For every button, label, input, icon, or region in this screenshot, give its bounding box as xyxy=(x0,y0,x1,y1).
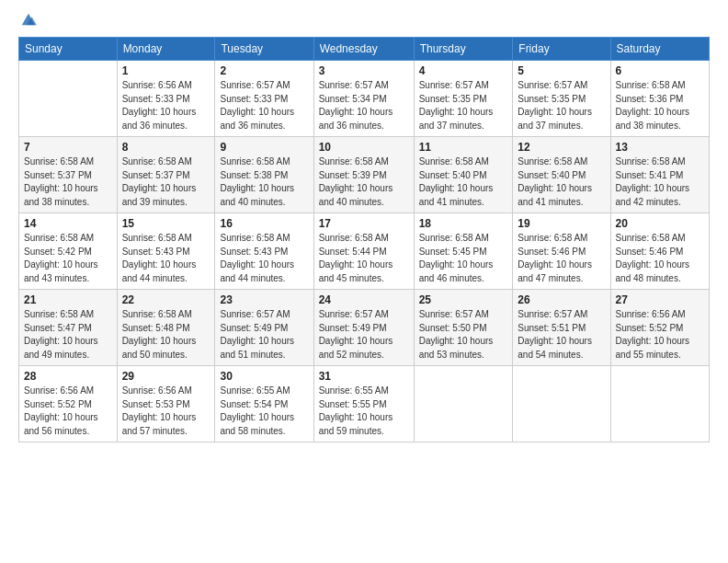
calendar-table: SundayMondayTuesdayWednesdayThursdayFrid… xyxy=(18,37,710,442)
day-number: 7 xyxy=(24,141,112,154)
day-number: 26 xyxy=(518,293,605,306)
day-info: Sunrise: 6:57 AMSunset: 5:34 PMDaylight:… xyxy=(319,79,409,132)
calendar-week-row: 14Sunrise: 6:58 AMSunset: 5:42 PMDayligh… xyxy=(19,213,710,290)
calendar-cell: 14Sunrise: 6:58 AMSunset: 5:42 PMDayligh… xyxy=(19,213,118,290)
day-number: 1 xyxy=(122,64,210,77)
calendar-header-wednesday: Wednesday xyxy=(313,38,414,61)
day-info: Sunrise: 6:58 AMSunset: 5:44 PMDaylight:… xyxy=(319,232,409,285)
day-number: 30 xyxy=(220,370,308,383)
calendar-cell xyxy=(513,366,610,442)
day-number: 29 xyxy=(122,370,210,383)
day-info: Sunrise: 6:56 AMSunset: 5:53 PMDaylight:… xyxy=(122,385,210,438)
day-info: Sunrise: 6:55 AMSunset: 5:54 PMDaylight:… xyxy=(220,385,308,438)
day-info: Sunrise: 6:58 AMSunset: 5:41 PMDaylight:… xyxy=(616,155,704,209)
day-info: Sunrise: 6:57 AMSunset: 5:49 PMDaylight:… xyxy=(319,308,409,362)
day-info: Sunrise: 6:57 AMSunset: 5:35 PMDaylight:… xyxy=(419,79,508,132)
day-number: 31 xyxy=(319,370,409,383)
calendar-header-row: SundayMondayTuesdayWednesdayThursdayFrid… xyxy=(19,38,710,61)
day-number: 11 xyxy=(419,141,508,154)
calendar-header-tuesday: Tuesday xyxy=(215,38,313,61)
day-number: 5 xyxy=(518,64,605,77)
calendar-cell xyxy=(19,61,118,137)
calendar-cell: 27Sunrise: 6:56 AMSunset: 5:52 PMDayligh… xyxy=(610,290,709,366)
calendar-cell: 29Sunrise: 6:56 AMSunset: 5:53 PMDayligh… xyxy=(117,366,215,442)
day-number: 27 xyxy=(616,293,704,306)
calendar-week-row: 28Sunrise: 6:56 AMSunset: 5:52 PMDayligh… xyxy=(19,366,710,442)
day-number: 17 xyxy=(319,217,409,230)
calendar-week-row: 21Sunrise: 6:58 AMSunset: 5:47 PMDayligh… xyxy=(19,290,710,366)
day-info: Sunrise: 6:55 AMSunset: 5:55 PMDaylight:… xyxy=(319,385,409,438)
calendar-cell: 16Sunrise: 6:58 AMSunset: 5:43 PMDayligh… xyxy=(215,213,313,290)
day-info: Sunrise: 6:58 AMSunset: 5:43 PMDaylight:… xyxy=(122,232,210,285)
calendar-cell: 17Sunrise: 6:58 AMSunset: 5:44 PMDayligh… xyxy=(313,213,414,290)
calendar-cell: 30Sunrise: 6:55 AMSunset: 5:54 PMDayligh… xyxy=(215,366,313,442)
day-number: 10 xyxy=(319,141,409,154)
day-number: 22 xyxy=(122,293,210,306)
calendar-header-monday: Monday xyxy=(117,38,215,61)
day-number: 20 xyxy=(616,217,704,230)
day-info: Sunrise: 6:57 AMSunset: 5:49 PMDaylight:… xyxy=(220,308,308,362)
calendar-header-thursday: Thursday xyxy=(414,38,513,61)
day-number: 28 xyxy=(24,370,112,383)
day-info: Sunrise: 6:57 AMSunset: 5:33 PMDaylight:… xyxy=(220,79,308,132)
day-info: Sunrise: 6:58 AMSunset: 5:45 PMDaylight:… xyxy=(419,232,508,285)
day-number: 2 xyxy=(220,64,308,77)
calendar-header-sunday: Sunday xyxy=(19,38,118,61)
day-info: Sunrise: 6:56 AMSunset: 5:33 PMDaylight:… xyxy=(122,79,210,132)
day-number: 25 xyxy=(419,293,508,306)
day-info: Sunrise: 6:56 AMSunset: 5:52 PMDaylight:… xyxy=(24,385,112,438)
day-info: Sunrise: 6:58 AMSunset: 5:43 PMDaylight:… xyxy=(220,232,308,285)
calendar-cell: 24Sunrise: 6:57 AMSunset: 5:49 PMDayligh… xyxy=(313,290,414,366)
day-number: 3 xyxy=(319,64,409,77)
day-number: 21 xyxy=(24,293,112,306)
logo-icon xyxy=(20,11,37,28)
calendar-cell: 31Sunrise: 6:55 AMSunset: 5:55 PMDayligh… xyxy=(313,366,414,442)
day-info: Sunrise: 6:58 AMSunset: 5:40 PMDaylight:… xyxy=(419,155,508,209)
calendar-header-saturday: Saturday xyxy=(610,38,709,61)
logo xyxy=(18,15,37,28)
day-info: Sunrise: 6:58 AMSunset: 5:40 PMDaylight:… xyxy=(518,155,605,209)
calendar-cell: 22Sunrise: 6:58 AMSunset: 5:48 PMDayligh… xyxy=(117,290,215,366)
calendar-cell: 5Sunrise: 6:57 AMSunset: 5:35 PMDaylight… xyxy=(513,61,610,137)
calendar-cell: 13Sunrise: 6:58 AMSunset: 5:41 PMDayligh… xyxy=(610,137,709,213)
calendar-cell: 2Sunrise: 6:57 AMSunset: 5:33 PMDaylight… xyxy=(215,61,313,137)
calendar-cell: 12Sunrise: 6:58 AMSunset: 5:40 PMDayligh… xyxy=(513,137,610,213)
day-info: Sunrise: 6:58 AMSunset: 5:36 PMDaylight:… xyxy=(616,79,704,132)
day-info: Sunrise: 6:58 AMSunset: 5:38 PMDaylight:… xyxy=(220,155,308,209)
calendar-cell: 21Sunrise: 6:58 AMSunset: 5:47 PMDayligh… xyxy=(19,290,118,366)
day-number: 16 xyxy=(220,217,308,230)
calendar-cell: 19Sunrise: 6:58 AMSunset: 5:46 PMDayligh… xyxy=(513,213,610,290)
day-info: Sunrise: 6:57 AMSunset: 5:51 PMDaylight:… xyxy=(518,308,605,362)
calendar-cell: 11Sunrise: 6:58 AMSunset: 5:40 PMDayligh… xyxy=(414,137,513,213)
calendar-cell: 18Sunrise: 6:58 AMSunset: 5:45 PMDayligh… xyxy=(414,213,513,290)
calendar-cell: 20Sunrise: 6:58 AMSunset: 5:46 PMDayligh… xyxy=(610,213,709,290)
calendar-cell: 25Sunrise: 6:57 AMSunset: 5:50 PMDayligh… xyxy=(414,290,513,366)
day-number: 18 xyxy=(419,217,508,230)
calendar-cell: 8Sunrise: 6:58 AMSunset: 5:37 PMDaylight… xyxy=(117,137,215,213)
day-number: 13 xyxy=(616,141,704,154)
day-number: 14 xyxy=(24,217,112,230)
day-number: 12 xyxy=(518,141,605,154)
calendar-cell: 4Sunrise: 6:57 AMSunset: 5:35 PMDaylight… xyxy=(414,61,513,137)
calendar-cell: 7Sunrise: 6:58 AMSunset: 5:37 PMDaylight… xyxy=(19,137,118,213)
day-info: Sunrise: 6:58 AMSunset: 5:46 PMDaylight:… xyxy=(518,232,605,285)
day-info: Sunrise: 6:58 AMSunset: 5:48 PMDaylight:… xyxy=(122,308,210,362)
day-number: 6 xyxy=(616,64,704,77)
calendar-cell: 23Sunrise: 6:57 AMSunset: 5:49 PMDayligh… xyxy=(215,290,313,366)
day-info: Sunrise: 6:58 AMSunset: 5:46 PMDaylight:… xyxy=(616,232,704,285)
day-number: 19 xyxy=(518,217,605,230)
day-number: 23 xyxy=(220,293,308,306)
calendar-week-row: 1Sunrise: 6:56 AMSunset: 5:33 PMDaylight… xyxy=(19,61,710,137)
calendar-cell xyxy=(414,366,513,442)
day-number: 8 xyxy=(122,141,210,154)
day-info: Sunrise: 6:58 AMSunset: 5:37 PMDaylight:… xyxy=(24,155,112,209)
calendar-cell: 10Sunrise: 6:58 AMSunset: 5:39 PMDayligh… xyxy=(313,137,414,213)
calendar-header-friday: Friday xyxy=(513,38,610,61)
calendar-week-row: 7Sunrise: 6:58 AMSunset: 5:37 PMDaylight… xyxy=(19,137,710,213)
calendar-cell: 28Sunrise: 6:56 AMSunset: 5:52 PMDayligh… xyxy=(19,366,118,442)
day-info: Sunrise: 6:57 AMSunset: 5:35 PMDaylight:… xyxy=(518,79,605,132)
day-number: 15 xyxy=(122,217,210,230)
day-info: Sunrise: 6:57 AMSunset: 5:50 PMDaylight:… xyxy=(419,308,508,362)
calendar-cell: 9Sunrise: 6:58 AMSunset: 5:38 PMDaylight… xyxy=(215,137,313,213)
day-info: Sunrise: 6:58 AMSunset: 5:37 PMDaylight:… xyxy=(122,155,210,209)
